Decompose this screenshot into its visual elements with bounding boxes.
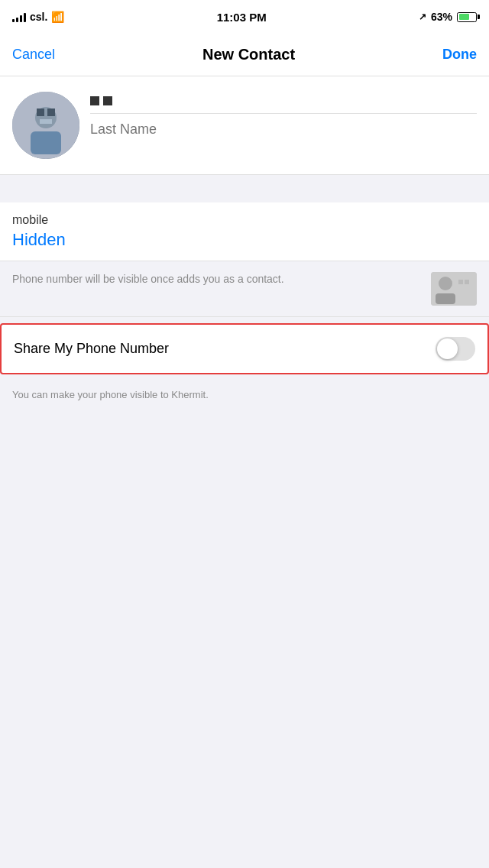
toggle-row: Share My Phone Number: [2, 325, 487, 373]
status-right: ↗ 63%: [419, 11, 477, 23]
battery-icon: [457, 12, 477, 22]
toggle-label: Share My Phone Number: [14, 341, 169, 357]
bottom-area: [0, 413, 489, 642]
location-icon: ↗: [419, 11, 426, 22]
info-text: Phone number will be visible once adds y…: [12, 272, 431, 287]
signal-bars-icon: [12, 11, 26, 22]
navigation-bar: Cancel New Contact Done: [0, 34, 489, 76]
svg-rect-8: [436, 293, 455, 304]
svg-rect-5: [40, 119, 52, 124]
carrier-label: csl.: [30, 11, 47, 23]
battery-percent-label: 63%: [431, 11, 452, 23]
avatar[interactable]: [12, 92, 79, 159]
info-avatar-image: [431, 272, 477, 306]
svg-rect-3: [37, 108, 44, 116]
svg-rect-10: [465, 280, 469, 284]
toggle-switch-thumb: [437, 338, 458, 359]
info-section: Phone number will be visible once adds y…: [0, 261, 489, 317]
avatar-placeholder: [12, 92, 79, 159]
status-bar: csl. 📶 11:03 PM ↗ 63%: [0, 0, 489, 34]
svg-rect-9: [458, 280, 463, 284]
toggle-subtitle: You can make your phone visible to Kherm…: [0, 381, 489, 413]
contact-form: [0, 76, 489, 175]
name-fields: [90, 92, 477, 138]
share-phone-section: Share My Phone Number: [0, 323, 489, 374]
first-name-row: [90, 96, 477, 114]
share-phone-toggle[interactable]: [436, 337, 475, 361]
section-separator-1: [0, 175, 489, 202]
phone-value: Hidden: [12, 230, 477, 250]
status-left: csl. 📶: [12, 11, 64, 23]
phone-section: mobile Hidden: [0, 202, 489, 261]
svg-rect-2: [31, 131, 61, 154]
cancel-button[interactable]: Cancel: [12, 47, 55, 63]
page-title: New Contact: [202, 46, 295, 63]
wifi-icon: 📶: [51, 11, 64, 23]
first-name-pixel-blocks: [90, 96, 112, 105]
last-name-row[interactable]: [90, 121, 477, 138]
last-name-input[interactable]: [90, 121, 477, 138]
svg-rect-7: [439, 277, 452, 290]
svg-rect-4: [47, 108, 55, 116]
done-button[interactable]: Done: [442, 47, 477, 63]
phone-label: mobile: [12, 213, 477, 227]
status-time: 11:03 PM: [217, 11, 267, 24]
